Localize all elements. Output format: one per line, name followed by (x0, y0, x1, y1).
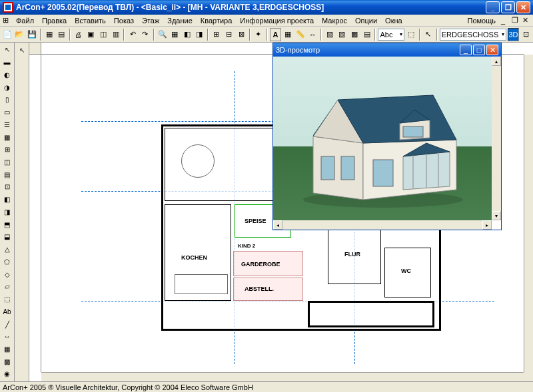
tool-icon[interactable]: ◧ (1, 194, 13, 206)
preview-window[interactable]: 3D-просмотр _ □ ✕ (272, 43, 502, 230)
tool-icon[interactable]: ◑ (1, 81, 13, 93)
window-title: ArCon+ 2005.02(Перевод ТВЛ) - <Basic_ii>… (16, 3, 484, 12)
main-toolbar: 📄 📂 💾 ▦ ▤ 🖨 ▣ ◫ ▥ ↶ ↷ 🔍 ▦ ◧ ◨ ⊞ ⊟ ⊠ ✦ A … (0, 27, 533, 43)
print-icon[interactable]: 🖨 (73, 28, 85, 41)
scroll-left-icon[interactable]: ◂ (273, 220, 282, 230)
tool-icon[interactable]: ⬚ (405, 28, 417, 41)
tool-icon[interactable]: ▤ (1, 168, 13, 180)
tool-icon[interactable]: ⬠ (1, 256, 13, 268)
maximize-button[interactable]: ❐ (501, 1, 515, 13)
tool-icon[interactable]: ▥ (110, 28, 122, 41)
tool-icon[interactable]: ⬓ (1, 231, 13, 243)
text-icon[interactable]: Ab (1, 305, 13, 317)
text-combo[interactable]: Abc▾ (378, 29, 404, 41)
menu-windows[interactable]: Окна (381, 16, 406, 25)
new-icon[interactable]: 📄 (1, 28, 13, 41)
redo-icon[interactable]: ↷ (139, 28, 151, 41)
dimension-icon[interactable]: ↔ (306, 28, 318, 41)
tool-icon[interactable]: ⊡ (1, 181, 13, 193)
tool-icon[interactable]: ◧ (181, 28, 193, 41)
ruler-icon[interactable]: 📏 (294, 28, 306, 41)
tool-icon[interactable]: ◫ (97, 28, 109, 41)
mdi-minimize-icon[interactable]: _ (500, 17, 510, 25)
scrollbar-horizontal[interactable] (41, 372, 524, 381)
tool-icon[interactable]: ▩ (1, 355, 13, 367)
tool-icon[interactable]: ⬒ (1, 218, 13, 230)
preview-title: 3D-просмотр (276, 46, 320, 54)
menu-file[interactable]: Файл (12, 16, 38, 25)
snap-icon[interactable]: ✦ (253, 28, 265, 41)
tool-icon[interactable]: ⊞ (1, 144, 13, 156)
mdi-maximize-icon[interactable]: ❐ (510, 16, 521, 25)
save-icon[interactable]: 💾 (26, 28, 38, 41)
window-icon[interactable]: ▭ (1, 106, 13, 118)
hatch-icon[interactable]: ▩ (348, 28, 360, 41)
tool-icon[interactable]: ▦ (1, 343, 13, 355)
room-label: SPEISE (245, 218, 266, 224)
room-label: ABSTELL. (245, 286, 274, 292)
room-label: WC (401, 268, 411, 274)
menu-edit[interactable]: Правка (38, 16, 71, 25)
tool-icon[interactable]: ▣ (85, 28, 97, 41)
preview-minimize-button[interactable]: _ (460, 45, 472, 55)
wall-icon[interactable]: ▬ (1, 57, 13, 69)
hatch-icon[interactable]: ▧ (336, 28, 348, 41)
grid-icon[interactable]: ▦ (282, 28, 294, 41)
hatch-icon[interactable]: ▨ (324, 28, 336, 41)
tool-icon[interactable]: ◇ (1, 268, 13, 280)
preview-titlebar[interactable]: 3D-просмотр _ □ ✕ (273, 43, 501, 57)
minimize-button[interactable]: _ (486, 1, 500, 13)
text-tool-icon[interactable]: A (270, 28, 282, 41)
mdi-close-icon[interactable]: ✕ (521, 16, 532, 25)
stairs-icon[interactable]: ☰ (1, 118, 13, 130)
tool-icon[interactable]: ⊡ (520, 28, 532, 41)
open-icon[interactable]: 📂 (14, 28, 26, 41)
tool-icon[interactable]: ⊞ (211, 28, 223, 41)
menu-macro[interactable]: Макрос (318, 16, 351, 25)
menu-options[interactable]: Опции (351, 16, 381, 25)
floor-combo[interactable]: ERDGESCHOSS▾ (440, 29, 506, 41)
tool-icon[interactable]: ▦ (1, 131, 13, 143)
menu-insert[interactable]: Вставить (71, 16, 110, 25)
preview-scrollbar-v[interactable]: ▴ ▾ (492, 57, 501, 220)
undo-icon[interactable]: ↶ (127, 28, 139, 41)
preview-3d-view[interactable] (273, 57, 492, 220)
menu-building[interactable]: Здание (163, 16, 197, 25)
tool-icon[interactable]: ◨ (194, 28, 206, 41)
tool-icon[interactable]: ◨ (1, 206, 13, 218)
tool-icon[interactable]: ⊠ (235, 28, 247, 41)
scroll-down-icon[interactable]: ▾ (492, 211, 501, 220)
tool-icon[interactable]: ▤ (55, 28, 67, 41)
system-menu-icon[interactable]: ⊞ (1, 16, 12, 25)
tool-icon[interactable]: ▦ (43, 28, 55, 41)
preview-maximize-button[interactable]: □ (473, 45, 485, 55)
tool-icon[interactable]: ◐ (1, 69, 13, 81)
arrow-icon[interactable]: ↖ (422, 28, 434, 41)
scroll-right-icon[interactable]: ▸ (482, 220, 492, 230)
line-icon[interactable]: ╱ (1, 318, 13, 330)
roof-icon[interactable]: △ (1, 244, 13, 256)
tool-icon[interactable]: ◫ (1, 156, 13, 168)
3d-toggle-icon[interactable]: 3D (508, 28, 520, 41)
select-icon[interactable]: ↖ (16, 44, 28, 56)
tool-icon[interactable]: ⊟ (223, 28, 235, 41)
preview-scrollbar-h[interactable]: ◂ ▸ (273, 220, 492, 230)
tool-icon[interactable]: ▱ (1, 281, 13, 293)
tool-icon[interactable]: ▦ (169, 28, 181, 41)
zoom-icon[interactable]: 🔍 (157, 28, 169, 41)
menu-help[interactable]: Помощь (464, 16, 500, 25)
door-icon[interactable]: ▯ (1, 94, 13, 106)
menu-view[interactable]: Показ (110, 16, 138, 25)
preview-close-button[interactable]: ✕ (486, 45, 498, 55)
hatch-icon[interactable]: ▤ (361, 28, 373, 41)
select-icon[interactable]: ↖ (1, 44, 13, 56)
tool-icon[interactable]: ◉ (1, 368, 13, 380)
scroll-up-icon[interactable]: ▴ (492, 57, 501, 66)
scrollbar-vertical[interactable] (524, 55, 533, 372)
dimension-icon[interactable]: ↔ (1, 331, 13, 343)
menu-project-info[interactable]: Информация проекта (236, 16, 318, 25)
menu-floor[interactable]: Этаж (138, 16, 163, 25)
close-button[interactable]: ✕ (516, 1, 530, 13)
tool-icon[interactable]: ⬚ (1, 294, 13, 305)
menu-apartment[interactable]: Квартира (197, 16, 237, 25)
